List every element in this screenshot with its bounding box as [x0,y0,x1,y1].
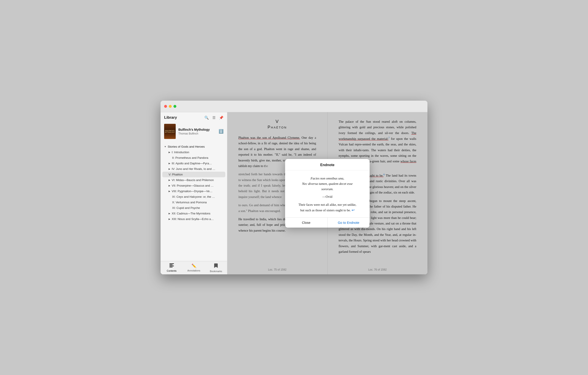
toc-item-viii[interactable]: ▶ VIII: Pygmalion—Dryope—Ve… [161,188,227,194]
modal-close-button[interactable]: Close [285,218,327,228]
toc-item-x[interactable]: X: Vertumnus and Pomona [161,199,227,205]
item-arrow-viii: ▶ [168,190,170,192]
sidebar-title: Library [164,115,177,120]
sidebar: Library 🔍 ☰ 📌 BULFINCH'SMYTHOLOGY Bulfin… [161,112,227,274]
main-layout: Library 🔍 ☰ 📌 BULFINCH'SMYTHOLOGY Bulfin… [161,112,427,274]
toc-item-ii[interactable]: II: Prometheus and Pandora [161,155,227,161]
title-bar [161,101,427,112]
toc-item-label-vi: VI: Midas—Baucis and Philemon [172,178,214,182]
sidebar-tabs: Contents ✏️ Annotations Bookmarks [161,261,227,274]
maximize-button[interactable] [173,105,176,108]
tab-bookmarks-label: Bookmarks [210,270,222,273]
toc-item-label-x: X: Vertumnus and Pomona [172,201,207,204]
toc-item-label-iii: III: Apollo and Daphne—Pyra… [172,162,212,165]
modal-attribution: —Ovid [292,195,363,199]
book-cover: BULFINCH'SMYTHOLOGY [164,124,176,139]
book-info-icon[interactable]: ℹ️ [219,129,223,134]
pin-icon[interactable]: 📌 [219,116,223,120]
section-arrow: ▼ [164,145,166,148]
toc-item-label-ix: IX: Ceyx and Halcyone: or, the … [172,195,215,199]
svg-rect-3 [169,267,173,267]
book-meta: Bulfinch's Mythology Thomas Bulfinch [178,128,216,135]
sidebar-header: Library 🔍 ☰ 📌 [161,112,227,122]
endnote-modal: Endnote Facies non omnibus una, Nec dive… [285,159,370,228]
bookmarks-icon [214,264,218,269]
item-arrow-i: ▶ [168,151,170,154]
search-icon[interactable]: 🔍 [204,116,209,120]
modal-back-arrow[interactable]: ↩ [352,208,355,212]
modal-header: Endnote [285,159,370,170]
tab-contents-label: Contents [167,269,177,272]
toc-item-label-viii: VIII: Pygmalion—Dryope—Ve… [172,189,213,193]
tab-annotations[interactable]: ✏️ Annotations [183,261,205,274]
item-arrow-xii: ▶ [168,212,170,215]
toc-item-iv[interactable]: ▶ IV: Juno and Her Rivals, Io and … [161,166,227,172]
tab-contents[interactable]: Contents [161,261,183,274]
svg-rect-2 [169,266,174,266]
toc-item-label-xi: XI: Cupid and Psyche [172,206,200,210]
toc-item-v[interactable]: V: Phaëton [162,172,225,177]
minimize-button[interactable] [169,105,172,108]
toc-item-vi[interactable]: ▶ VI: Midas—Baucis and Philemon [161,177,227,183]
toc-item-label-v: V: Phaëton [168,173,183,176]
toc-item-i[interactable]: ▶ I: Introduction [161,149,227,155]
item-arrow-vii: ▶ [168,184,170,187]
toc-item-label-xiii: XIII: Nisus and Scylla—Echo a… [172,217,214,221]
modal-overlay[interactable]: Endnote Facies non omnibus una, Nec dive… [227,112,427,274]
toc-item-vii[interactable]: ▶ VII: Proserpine—Glaucus and … [161,183,227,188]
toc-item-label-vii: VII: Proserpine—Glaucus and … [172,184,214,187]
item-arrow-xiii: ▶ [168,218,170,220]
book-title: Bulfinch's Mythology [178,128,216,132]
toc-item-xi[interactable]: XI: Cupid and Psyche [161,205,227,211]
modal-body: Facies non omnibus una, Nec diversa tame… [285,170,370,218]
svg-rect-1 [169,265,173,265]
book-cover-image: BULFINCH'SMYTHOLOGY [164,124,176,139]
traffic-lights [164,105,176,108]
toc-item-label-i: I: Introduction [172,151,189,154]
toc-item-iii[interactable]: ▶ III: Apollo and Daphne—Pyra… [161,161,227,166]
item-arrow-iii: ▶ [168,162,170,165]
annotations-icon: ✏️ [191,264,196,268]
toc: ▼ Stories of Gods and Heroes ▶ I: Introd… [161,142,227,261]
modal-goto-button[interactable]: Go to Endnote [327,218,370,228]
book-author: Thomas Bulfinch [178,132,216,135]
toc-item-label-ii: II: Prometheus and Pandora [172,156,208,159]
toc-item-ix[interactable]: IX: Ceyx and Halcyone: or, the … [161,194,227,199]
close-button[interactable] [164,105,167,108]
sidebar-icons: 🔍 ☰ 📌 [204,116,223,120]
toc-item-xii[interactable]: ▶ XII: Cadmus—The Myrmidons [161,211,227,216]
toc-section: ▼ Stories of Gods and Heroes ▶ I: Introd… [161,143,227,223]
toc-item-label-iv: IV: Juno and Her Rivals, Io and … [172,167,215,171]
app-window: Library 🔍 ☰ 📌 BULFINCH'SMYTHOLOGY Bulfin… [161,101,427,274]
modal-latin-text: Facies non omnibus una, Nec diversa tame… [292,176,363,192]
tab-bookmarks[interactable]: Bookmarks [205,261,227,274]
reading-area: V Phaëton Phaëton was the son of Apolloa… [227,112,427,274]
toc-item-label-xii: XII: Cadmus—The Myrmidons [172,212,210,215]
modal-footer: Close Go to Endnote [285,217,370,228]
modal-translation: Their faces were not all alike, nor yet … [292,202,363,213]
item-arrow-vi: ▶ [168,179,170,181]
toc-section-header[interactable]: ▼ Stories of Gods and Heroes [161,144,227,149]
book-info: BULFINCH'SMYTHOLOGY Bulfinch's Mythology… [161,122,227,142]
svg-rect-0 [169,264,174,264]
contents-icon [169,264,174,269]
item-arrow-iv: ▶ [168,168,170,170]
section-title: Stories of Gods and Heroes [168,145,205,148]
toc-item-xiii[interactable]: ▶ XIII: Nisus and Scylla—Echo a… [161,216,227,222]
tab-annotations-label: Annotations [187,269,200,272]
menu-icon[interactable]: ☰ [212,116,216,120]
